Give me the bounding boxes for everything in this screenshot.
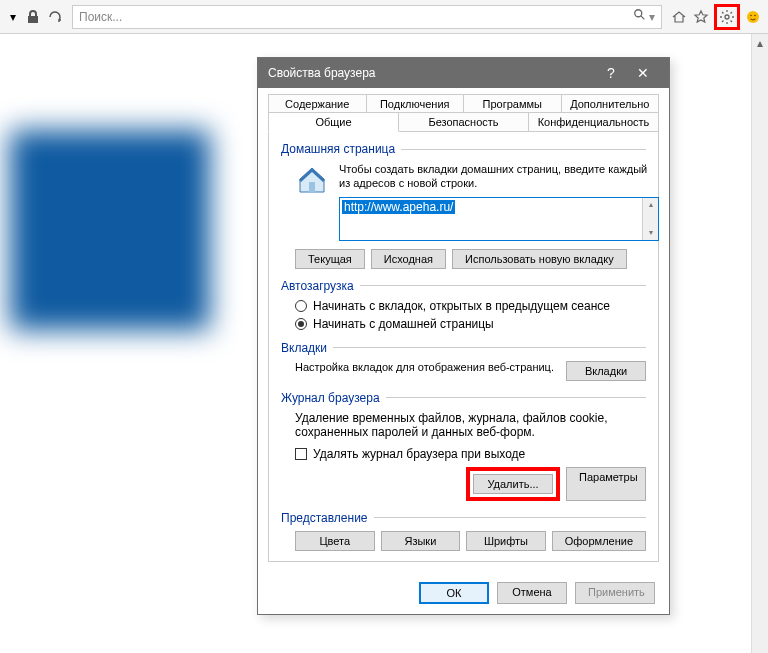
search-icon[interactable] — [633, 8, 647, 25]
tabs-settings-button[interactable]: Вкладки — [566, 361, 646, 381]
help-button[interactable]: ? — [595, 65, 627, 81]
radio-icon — [295, 300, 307, 312]
startup-radio-home-label: Начинать с домашней страницы — [313, 317, 494, 331]
settings-highlight — [714, 4, 740, 30]
history-settings-button[interactable]: Параметры — [566, 467, 646, 501]
checkbox-icon — [295, 448, 307, 460]
appearance-group-label: Представление — [281, 511, 368, 525]
emoji-icon[interactable] — [744, 8, 762, 26]
tab-content[interactable]: Содержание — [268, 94, 367, 113]
homepage-group: Домашняя страница Чтобы создать вкладки … — [281, 142, 646, 269]
svg-point-0 — [635, 10, 642, 17]
dialog-tabs: Содержание Подключения Программы Дополни… — [258, 88, 669, 132]
fonts-button[interactable]: Шрифты — [466, 531, 546, 551]
delete-button-highlight: Удалить... — [466, 467, 560, 501]
startup-group: Автозагрузка Начинать с вкладок, открыты… — [281, 279, 646, 331]
scroll-up-icon[interactable]: ▴ — [752, 34, 768, 51]
dialog-titlebar: Свойства браузера ? ✕ — [258, 58, 669, 88]
delete-on-exit-checkbox[interactable]: Удалять журнал браузера при выходе — [295, 447, 646, 461]
history-group: Журнал браузера Удаление временных файло… — [281, 391, 646, 501]
svg-point-2 — [725, 15, 729, 19]
general-panel: Домашняя страница Чтобы создать вкладки … — [268, 131, 659, 562]
accessibility-button[interactable]: Оформление — [552, 531, 646, 551]
history-desc: Удаление временных файлов, журнала, файл… — [295, 411, 646, 439]
tab-programs[interactable]: Программы — [463, 94, 562, 113]
ok-button[interactable]: ОК — [419, 582, 489, 604]
lock-icon — [24, 8, 42, 26]
browser-toolbar: ▾ Поиск... ▾ — [0, 0, 768, 34]
radio-icon-checked — [295, 318, 307, 330]
startup-radio-tabs-label: Начинать с вкладок, открытых в предыдуще… — [313, 299, 610, 313]
tab-privacy[interactable]: Конфиденциальность — [528, 112, 659, 132]
tab-advanced[interactable]: Дополнительно — [561, 94, 660, 113]
svg-point-5 — [754, 14, 756, 16]
history-group-label: Журнал браузера — [281, 391, 380, 405]
nav-dropdown-icon[interactable]: ▾ — [6, 10, 20, 24]
delete-on-exit-label: Удалять журнал браузера при выходе — [313, 447, 525, 461]
colors-button[interactable]: Цвета — [295, 531, 375, 551]
svg-point-4 — [750, 14, 752, 16]
textarea-scrollbar[interactable]: ▴▾ — [642, 198, 658, 240]
startup-radio-tabs[interactable]: Начинать с вкладок, открытых в предыдуще… — [295, 299, 646, 313]
homepage-icon — [295, 162, 329, 196]
home-icon[interactable] — [670, 8, 688, 26]
tabs-group: Вкладки Настройка вкладок для отображени… — [281, 341, 646, 381]
tabs-group-label: Вкладки — [281, 341, 327, 355]
appearance-group: Представление Цвета Языки Шрифты Оформле… — [281, 511, 646, 551]
search-input[interactable]: Поиск... ▾ — [72, 5, 662, 29]
homepage-desc: Чтобы создать вкладки домашних страниц, … — [339, 162, 659, 191]
svg-point-3 — [747, 11, 759, 23]
refresh-icon[interactable] — [46, 8, 64, 26]
search-placeholder: Поиск... — [79, 10, 122, 24]
cancel-button[interactable]: Отмена — [497, 582, 567, 604]
favorites-icon[interactable] — [692, 8, 710, 26]
page-scrollbar[interactable]: ▴ — [751, 34, 768, 653]
use-newtab-button[interactable]: Использовать новую вкладку — [452, 249, 627, 269]
search-dropdown-icon[interactable]: ▾ — [649, 10, 655, 24]
homepage-url-value: http://www.apeha.ru/ — [342, 200, 455, 214]
startup-group-label: Автозагрузка — [281, 279, 354, 293]
startup-radio-home[interactable]: Начинать с домашней страницы — [295, 317, 646, 331]
dialog-title: Свойства браузера — [268, 66, 595, 80]
use-current-button[interactable]: Текущая — [295, 249, 365, 269]
tab-general[interactable]: Общие — [268, 112, 399, 132]
use-default-button[interactable]: Исходная — [371, 249, 446, 269]
homepage-group-label: Домашняя страница — [281, 142, 395, 156]
tab-security[interactable]: Безопасность — [398, 112, 529, 132]
internet-options-dialog: Свойства браузера ? ✕ Содержание Подключ… — [257, 57, 670, 615]
background-panel — [10, 130, 210, 330]
gear-icon[interactable] — [718, 8, 736, 26]
apply-button[interactable]: Применить — [575, 582, 655, 604]
tab-connections[interactable]: Подключения — [366, 94, 465, 113]
tabs-desc: Настройка вкладок для отображения веб-ст… — [295, 361, 556, 373]
dialog-footer: ОК Отмена Применить — [258, 572, 669, 614]
homepage-url-textarea[interactable]: http://www.apeha.ru/ ▴▾ — [339, 197, 659, 241]
languages-button[interactable]: Языки — [381, 531, 461, 551]
svg-rect-6 — [309, 182, 315, 192]
svg-line-1 — [641, 16, 645, 20]
delete-history-button[interactable]: Удалить... — [473, 474, 553, 494]
close-button[interactable]: ✕ — [627, 65, 659, 81]
